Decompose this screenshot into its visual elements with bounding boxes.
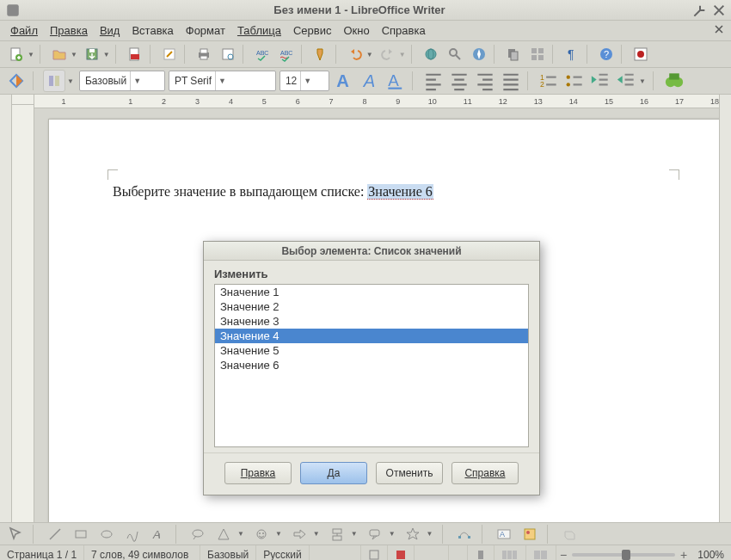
- increase-indent-icon[interactable]: [615, 70, 637, 92]
- chevron-down-icon[interactable]: ▼: [215, 71, 229, 90]
- numbered-list-icon[interactable]: 12: [538, 70, 560, 92]
- dropdown-caret-icon[interactable]: ▼: [313, 530, 320, 538]
- dropdown-caret-icon[interactable]: ▼: [67, 77, 74, 85]
- stars-icon[interactable]: [402, 525, 423, 544]
- vertical-ruler[interactable]: [12, 95, 34, 522]
- edit-mode-icon[interactable]: [158, 43, 181, 65]
- window-close-icon[interactable]: [712, 3, 726, 17]
- align-justify-icon[interactable]: [500, 70, 522, 92]
- hyperlink-icon[interactable]: [420, 43, 442, 65]
- italic-icon[interactable]: A: [359, 70, 381, 92]
- fontwork-icon[interactable]: A: [494, 525, 514, 544]
- view-layout-single-icon[interactable]: [468, 545, 494, 560]
- open-icon[interactable]: [48, 43, 71, 65]
- menu-help[interactable]: Справка: [377, 22, 431, 39]
- list-item[interactable]: Значение 4: [215, 329, 528, 343]
- cancel-button[interactable]: Отменить: [376, 462, 443, 484]
- help-icon[interactable]: ?: [595, 43, 617, 65]
- styles-sidebar-icon[interactable]: [43, 70, 65, 92]
- dropdown-caret-icon[interactable]: ▼: [399, 51, 406, 58]
- page-content[interactable]: Выберите значение в выпадающем списке: З…: [113, 184, 675, 200]
- textbox-tool-icon[interactable]: AI: [148, 525, 169, 544]
- align-left-icon[interactable]: [422, 70, 445, 92]
- list-item[interactable]: Значение 6: [215, 358, 528, 372]
- new-doc-icon[interactable]: [5, 43, 28, 65]
- dropdown-caret-icon[interactable]: ▼: [639, 77, 646, 85]
- dropdown-caret-icon[interactable]: ▼: [389, 530, 396, 538]
- menu-file[interactable]: Файл: [5, 22, 43, 39]
- font-size-combo[interactable]: 12 ▼: [280, 71, 329, 91]
- select-tool-icon[interactable]: [5, 525, 26, 544]
- status-page[interactable]: Страница 1 / 1: [0, 545, 84, 560]
- basic-shapes-icon[interactable]: [213, 525, 234, 544]
- status-doc-modified-icon[interactable]: [388, 545, 415, 560]
- menu-format[interactable]: Формат: [181, 22, 230, 39]
- dropdown-caret-icon[interactable]: ▼: [71, 51, 77, 58]
- chevron-down-icon[interactable]: ▼: [300, 71, 314, 90]
- ok-button[interactable]: Да: [300, 462, 367, 484]
- doc-close-icon[interactable]: [712, 24, 726, 37]
- navigation-diamond-icon[interactable]: [5, 70, 28, 92]
- align-right-icon[interactable]: [474, 70, 496, 92]
- list-item[interactable]: Значение 5: [215, 343, 528, 358]
- binoculars-icon[interactable]: [663, 70, 685, 92]
- list-item[interactable]: Значение 1: [215, 285, 528, 299]
- underline-icon[interactable]: A: [384, 70, 407, 92]
- zoom-percent[interactable]: 100%: [691, 545, 731, 560]
- record-macro-icon[interactable]: [630, 43, 652, 65]
- menu-edit[interactable]: Правка: [45, 22, 93, 39]
- line-tool-icon[interactable]: [45, 525, 65, 544]
- vertical-scrollbar[interactable]: [719, 95, 731, 522]
- help-button[interactable]: Справка: [452, 462, 519, 484]
- decrease-indent-icon[interactable]: [589, 70, 611, 92]
- view-layout-book-icon[interactable]: [526, 545, 556, 560]
- ellipse-tool-icon[interactable]: [96, 525, 117, 544]
- freeform-tool-icon[interactable]: [122, 525, 143, 544]
- font-name-combo[interactable]: PT Serif ▼: [169, 71, 276, 91]
- extrusion-icon[interactable]: [559, 525, 580, 544]
- dropdown-caret-icon[interactable]: ▼: [237, 530, 244, 538]
- redo-icon[interactable]: [377, 43, 399, 65]
- dropdown-form-field[interactable]: Значение 6: [367, 184, 433, 200]
- view-layout-multi-icon[interactable]: [494, 545, 526, 560]
- edit-button[interactable]: Правка: [224, 462, 292, 484]
- menu-insert[interactable]: Вставка: [126, 22, 178, 39]
- save-icon[interactable]: [81, 43, 103, 65]
- dropdown-caret-icon[interactable]: ▼: [28, 51, 34, 58]
- menu-table[interactable]: Таблица: [232, 22, 286, 39]
- navigator-icon[interactable]: [468, 43, 490, 65]
- symbol-shapes-icon[interactable]: [251, 525, 272, 544]
- appmenu-icon[interactable]: [5, 3, 21, 18]
- list-item[interactable]: Значение 3: [215, 314, 528, 329]
- format-paintbrush-icon[interactable]: [310, 43, 332, 65]
- gallery-icon[interactable]: [526, 43, 549, 65]
- paragraph-style-combo[interactable]: Базовый ▼: [79, 71, 165, 91]
- from-file-icon[interactable]: [519, 525, 540, 544]
- status-insert-mode[interactable]: [310, 545, 361, 560]
- print-preview-icon[interactable]: [217, 43, 239, 65]
- dropdown-caret-icon[interactable]: ▼: [366, 51, 373, 58]
- dropdown-caret-icon[interactable]: ▼: [427, 530, 433, 538]
- undo-icon[interactable]: [344, 43, 366, 65]
- dropdown-caret-icon[interactable]: ▼: [103, 51, 110, 58]
- export-pdf-icon[interactable]: [124, 43, 146, 65]
- autospellcheck-icon[interactable]: ABC: [275, 43, 298, 65]
- block-arrows-icon[interactable]: [289, 525, 310, 544]
- horizontal-ruler[interactable]: 1 12 34 56 78 910 1112 1314 1516 1718: [34, 95, 719, 108]
- callout-shapes-icon[interactable]: [365, 525, 385, 544]
- rect-tool-icon[interactable]: [71, 525, 91, 544]
- flowchart-icon[interactable]: [327, 525, 347, 544]
- dropdown-caret-icon[interactable]: ▼: [275, 530, 282, 538]
- status-page-style[interactable]: Базовый: [200, 545, 256, 560]
- zoom-slider[interactable]: − +: [556, 545, 691, 560]
- menu-view[interactable]: Вид: [95, 22, 126, 39]
- window-maximize-icon[interactable]: [693, 3, 707, 17]
- bold-icon[interactable]: A: [333, 70, 355, 92]
- menu-window[interactable]: Окно: [338, 22, 374, 39]
- find-replace-icon[interactable]: [444, 43, 466, 65]
- menu-tools[interactable]: Сервис: [288, 22, 337, 39]
- status-signature[interactable]: [415, 545, 449, 560]
- values-listbox[interactable]: Значение 1 Значение 2 Значение 3 Значени…: [214, 284, 529, 447]
- copy-icon[interactable]: [502, 43, 525, 65]
- status-language[interactable]: Русский: [256, 545, 310, 560]
